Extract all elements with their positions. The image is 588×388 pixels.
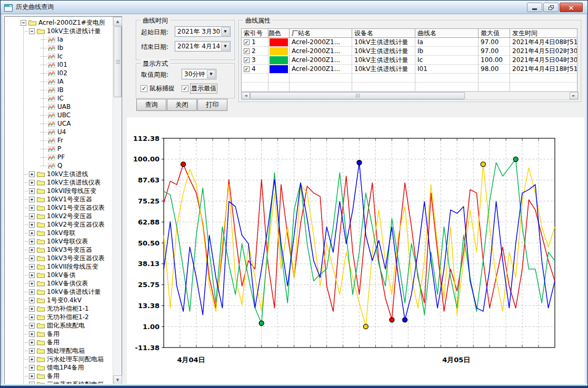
expand-toggle[interactable]: + xyxy=(29,222,35,228)
tree-item-curve[interactable]: Ib xyxy=(5,44,112,52)
expand-toggle[interactable]: + xyxy=(29,188,35,194)
query-button[interactable]: 查询 xyxy=(136,99,166,111)
expand-toggle[interactable]: + xyxy=(29,213,35,219)
tree-item-folder[interactable]: +10kV3号变压器仪表 xyxy=(5,254,112,262)
expand-toggle[interactable]: + xyxy=(29,356,35,362)
tree-item-curve[interactable]: Fr xyxy=(5,136,112,145)
checkbox-icon[interactable]: ✓ xyxy=(141,85,147,92)
tree-item-folder[interactable]: +10kV2号变压器 xyxy=(5,212,112,220)
table-row[interactable] xyxy=(242,83,577,91)
tree-item-curve[interactable]: P xyxy=(5,145,112,153)
expand-toggle[interactable]: − xyxy=(29,28,35,34)
row-checkbox[interactable]: ✓ xyxy=(244,57,250,63)
tree-item-folder[interactable]: +馈电1P4备用 xyxy=(5,363,112,372)
tree-item-folder[interactable]: +10kV备供 xyxy=(5,271,112,279)
expand-toggle[interactable]: + xyxy=(29,256,35,261)
tree-item-curve[interactable]: PF xyxy=(5,153,112,161)
tree-item-curve[interactable]: IC xyxy=(5,94,112,103)
tree-item-group[interactable]: −10kV主供进线计量 xyxy=(5,27,112,35)
tree-item-folder[interactable]: +无功补偿柜1-1 xyxy=(5,304,112,313)
column-header[interactable]: 颜色 xyxy=(268,29,290,38)
tree-item-folder[interactable]: +备用 xyxy=(5,330,112,338)
expand-toggle[interactable]: + xyxy=(29,197,35,202)
period-combo[interactable]: 30分钟 ▼ xyxy=(182,69,216,79)
expand-toggle[interactable]: + xyxy=(29,180,35,186)
restore-button[interactable] xyxy=(543,3,559,12)
expand-toggle[interactable]: + xyxy=(29,306,35,312)
expand-toggle[interactable]: − xyxy=(21,20,26,26)
expand-toggle[interactable]: + xyxy=(29,323,35,329)
scroll-right-button[interactable]: ► xyxy=(570,92,578,99)
column-header[interactable]: 厂站名 xyxy=(290,29,352,38)
tree-item-curve[interactable]: U4 xyxy=(5,128,112,136)
chevron-down-icon[interactable]: ▼ xyxy=(207,70,215,78)
expand-toggle[interactable]: + xyxy=(29,239,35,244)
tree-item-folder[interactable]: +备用 xyxy=(5,372,112,380)
minimize-button[interactable] xyxy=(527,3,542,12)
tree-vscrollbar[interactable]: ▲ ▼ xyxy=(113,17,122,384)
expand-toggle[interactable]: + xyxy=(29,340,35,345)
column-header[interactable]: 发生时间 xyxy=(510,29,577,38)
row-checkbox[interactable]: ✓ xyxy=(244,48,250,54)
tree-item-curve[interactable]: UCA xyxy=(5,119,112,128)
expand-toggle[interactable]: + xyxy=(29,373,35,379)
tree-item-station[interactable]: −Acrel-2000Z1#变电所 xyxy=(5,18,112,27)
expand-toggle[interactable]: + xyxy=(29,365,35,371)
table-row[interactable] xyxy=(242,74,577,83)
chevron-down-icon[interactable]: ▼ xyxy=(221,27,230,36)
tree-item-curve[interactable]: UBC xyxy=(5,111,112,119)
table-row[interactable]: ✓2Acrel-2000Z1...10kV主供进线计量Ib97.002021年4… xyxy=(242,47,577,56)
expand-toggle[interactable]: + xyxy=(29,264,35,270)
table-hscrollbar[interactable]: ◄ ► xyxy=(241,91,579,100)
expand-toggle[interactable]: + xyxy=(29,272,35,278)
tree-item-curve[interactable]: IA xyxy=(5,77,112,86)
table-row[interactable]: ✓3Acrel-2000Z1...10kV主供进线计量Ic100.002021年… xyxy=(242,56,577,65)
tree-item-folder[interactable]: +10kVII段母线压变 xyxy=(5,262,112,271)
tree-item-curve[interactable]: I01 xyxy=(5,60,112,69)
column-header[interactable]: 曲线名 xyxy=(415,29,479,38)
tree-item-curve[interactable]: UAB xyxy=(5,103,112,111)
column-header[interactable]: 最大值 xyxy=(479,29,510,38)
checkbox-icon[interactable]: ✓ xyxy=(182,85,188,92)
close-button[interactable]: × xyxy=(560,3,583,12)
column-header[interactable]: 索引号 xyxy=(242,29,268,38)
tree-item-folder[interactable]: +固化系统配电 xyxy=(5,321,112,330)
expand-toggle[interactable]: + xyxy=(29,298,35,303)
tree-item-folder[interactable]: +10kV主供进线 xyxy=(5,170,112,178)
chevron-down-icon[interactable]: ▼ xyxy=(221,42,230,50)
tree-item-folder[interactable]: +预处理配电箱 xyxy=(5,346,112,355)
scroll-thumb[interactable] xyxy=(114,26,122,97)
tree-item-folder[interactable]: +10kV1号变压器仪表 xyxy=(5,203,112,212)
expand-toggle[interactable]: + xyxy=(29,205,35,211)
scroll-down-button[interactable]: ▼ xyxy=(113,375,122,384)
tree-item-folder[interactable]: +10kV主供进线仪表 xyxy=(5,178,112,187)
tree-item-folder[interactable]: +10kV3号变压器 xyxy=(5,246,112,254)
expand-toggle[interactable]: + xyxy=(29,281,35,287)
tree-item-curve[interactable]: I02 xyxy=(5,69,112,77)
expand-toggle[interactable]: + xyxy=(29,348,35,354)
tree-item-folder[interactable]: +10kV备供仪表 xyxy=(5,279,112,288)
tree-item-curve[interactable]: Ic xyxy=(5,52,112,60)
tree-item-curve[interactable]: IB xyxy=(5,86,112,94)
tree-item-folder[interactable]: +1号变0.4kV xyxy=(5,296,112,304)
end-date-combo[interactable]: 2021年 4月14 ▼ xyxy=(175,41,231,52)
expand-toggle[interactable]: + xyxy=(29,230,35,236)
tree-item-curve[interactable]: Ia xyxy=(5,35,112,44)
tree-item-folder[interactable]: +10kV2号变压器仪表 xyxy=(5,220,112,229)
expand-toggle[interactable]: + xyxy=(29,331,35,337)
tree-item-folder[interactable]: +污水处理车间配电箱 xyxy=(5,355,112,363)
table-row[interactable]: ✓1Acrel-2000Z1...10kV主供进线计量Ia97.002021年4… xyxy=(242,38,577,47)
scroll-left-button[interactable]: ◄ xyxy=(242,92,250,99)
table-row[interactable]: ✓4Acrel-2000Z1...10kV主供进线计量I0198.002021年… xyxy=(242,65,577,74)
tree-item-folder[interactable]: +10kV母联 xyxy=(5,229,112,237)
print-button[interactable]: 打印 xyxy=(197,99,227,111)
tree-item-folder[interactable]: +10kV1号变压器 xyxy=(5,195,112,203)
expand-toggle[interactable]: + xyxy=(29,171,35,177)
close-dialog-button[interactable]: 关闭 xyxy=(167,99,197,111)
mouse-capture-checkbox[interactable]: ✓ 鼠标捕捉 xyxy=(141,84,175,93)
row-checkbox[interactable]: ✓ xyxy=(244,39,250,45)
scroll-thumb[interactable] xyxy=(250,92,465,99)
tree-item-folder[interactable]: +三效蒸发系统配电箱 xyxy=(5,380,112,384)
tree-item-curve[interactable]: Q xyxy=(5,161,112,170)
show-extremes-checkbox[interactable]: ✓ 显示最值 xyxy=(182,84,217,93)
